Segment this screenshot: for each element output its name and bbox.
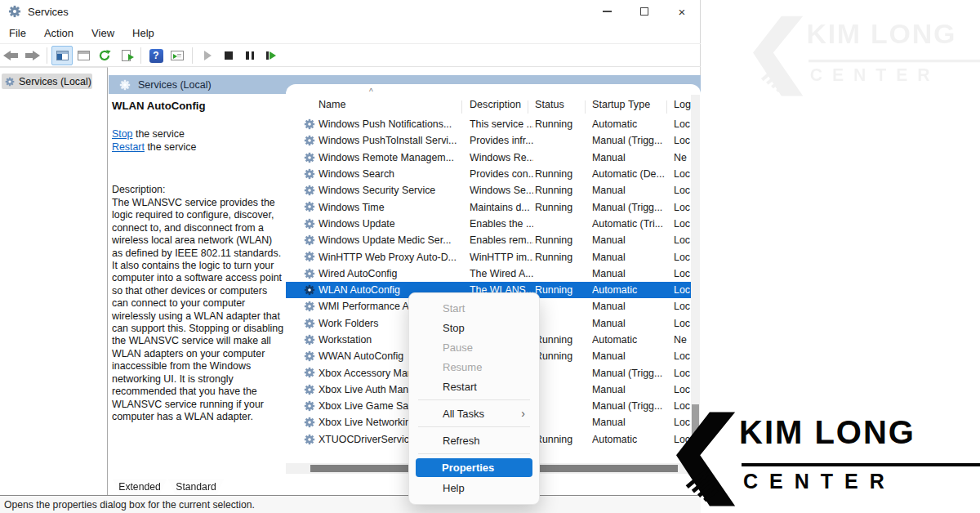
service-startup-type: Manual (Trigg... (592, 202, 672, 213)
sort-ascending-icon: ^ (369, 87, 373, 96)
service-row[interactable]: Wired AutoConfig The Wired A... Manual L… (286, 265, 691, 282)
column-divider[interactable] (666, 100, 667, 114)
service-gear-icon (304, 384, 315, 395)
start-service-button[interactable] (197, 46, 218, 65)
refresh-button[interactable] (94, 46, 115, 65)
service-startup-type: Manual (592, 384, 672, 395)
service-description-cell: WinHTTP im... (470, 252, 533, 263)
context-menu-item[interactable] (410, 423, 538, 430)
toolbar-separator (192, 47, 193, 64)
back-button[interactable] (0, 46, 21, 65)
service-startup-type: Automatic (592, 284, 672, 296)
context-menu-item[interactable]: All Tasks › (410, 404, 538, 423)
menu-help[interactable]: Help (123, 27, 163, 39)
service-row[interactable]: Windows Search Provides con... Running A… (286, 166, 691, 182)
service-gear-icon (304, 234, 315, 246)
kimlong-chevron-icon (676, 411, 740, 511)
service-gear-icon (304, 400, 315, 412)
tab-standard[interactable]: Standard (168, 479, 224, 495)
service-row[interactable]: Windows PushToInstall Servi... Provides … (286, 132, 691, 149)
service-description-cell: This service ... (470, 118, 533, 130)
service-row[interactable]: Windows Remote Managem... Windows Re... … (286, 149, 691, 166)
logo-line1: KIM LONG (739, 414, 915, 451)
kimlong-logo: KIM LONG CENTER (676, 403, 980, 513)
column-divider[interactable] (585, 100, 586, 114)
context-menu-item[interactable] (410, 396, 538, 404)
context-menu-item[interactable]: Properties (416, 458, 532, 477)
column-divider[interactable] (528, 100, 528, 114)
refresh-icon (98, 49, 111, 62)
toolbar-separator (47, 47, 47, 64)
column-header-description[interactable]: Description (470, 99, 521, 110)
context-menu-item[interactable]: Resume (410, 357, 538, 377)
menu-view[interactable]: View (82, 27, 123, 39)
service-startup-type: Manual (592, 185, 672, 196)
service-startup-type: Manual (Trigg... (592, 400, 672, 412)
service-row[interactable]: Windows Push Notifications... This servi… (286, 116, 691, 132)
column-header-status[interactable]: Status (535, 99, 564, 110)
menu-action[interactable]: Action (35, 27, 82, 39)
menu-file[interactable]: File (0, 27, 35, 39)
service-startup-type: Manual (592, 252, 672, 263)
service-gear-icon (304, 350, 315, 362)
column-header-name[interactable]: Name (318, 99, 346, 110)
context-menu-item[interactable]: Pause (410, 337, 538, 357)
band-gear-icon (119, 79, 131, 91)
minimize-button[interactable] (588, 0, 626, 23)
service-startup-type: Manual (592, 301, 672, 312)
pause-service-icon (246, 51, 253, 60)
tree-item-services-local[interactable]: Services (Local) (2, 74, 92, 89)
logo-line2: CENTER (743, 470, 896, 493)
service-status: Running (535, 350, 590, 362)
column-header-log-on-as[interactable]: Log (674, 99, 691, 110)
properties-window-icon (78, 51, 90, 60)
service-name: Windows Update (318, 218, 467, 230)
context-menu-item[interactable]: Refresh (410, 430, 538, 450)
export-list-button[interactable] (115, 46, 136, 65)
service-status: Running (535, 334, 590, 346)
service-row[interactable]: Windows Security Service Windows Se... R… (286, 182, 691, 199)
context-menu-item[interactable] (410, 450, 538, 457)
maximize-button[interactable] (626, 0, 663, 23)
service-description: The WLANSVC service provides the logic r… (112, 197, 285, 423)
stop-service-button[interactable] (218, 46, 239, 65)
context-menu-item-label: Restart (443, 381, 477, 393)
stop-service-link[interactable]: Stop (112, 128, 133, 140)
service-log-on-as: Loc (674, 284, 691, 296)
service-gear-icon (304, 185, 315, 196)
column-divider[interactable] (461, 100, 462, 114)
service-gear-icon (304, 135, 315, 146)
restart-service-button[interactable] (261, 46, 282, 65)
forward-icon (24, 51, 40, 61)
service-log-on-as: Loc (674, 318, 691, 329)
service-startup-type: Automatic (De... (592, 168, 672, 180)
close-button[interactable]: × (663, 0, 701, 23)
forward-button[interactable] (21, 46, 42, 65)
service-gear-icon (304, 367, 315, 378)
window-title: Services (28, 6, 69, 18)
service-gear-icon (304, 434, 315, 445)
context-menu-item[interactable]: Start (410, 298, 538, 318)
context-menu-item[interactable]: Help (410, 478, 538, 497)
service-name: Windows Update Medic Ser... (318, 234, 467, 246)
description-label: Description: (112, 184, 165, 195)
show-action-pane-button[interactable] (167, 46, 188, 65)
submenu-arrow-icon: › (521, 407, 525, 420)
service-row[interactable]: WinHTTP Web Proxy Auto-D... WinHTTP im..… (286, 248, 691, 265)
tab-extended[interactable]: Extended (113, 479, 167, 495)
context-menu-item[interactable]: Restart (410, 377, 538, 396)
service-status: Running (535, 168, 590, 180)
context-menu-item[interactable]: Stop (410, 318, 538, 337)
properties-toolbar-button[interactable] (73, 46, 94, 65)
pause-service-button[interactable] (239, 46, 261, 65)
service-row[interactable]: Windows Update Enables the ... Automatic… (286, 216, 691, 232)
extended-detail-pane: WLAN AutoConfig Stop the service Restart… (112, 96, 285, 478)
service-row[interactable]: Windows Update Medic Ser... Enables rem.… (286, 232, 691, 248)
help-button[interactable]: ? (145, 46, 167, 65)
restart-service-link[interactable]: Restart (112, 141, 145, 153)
service-log-on-as: Loc (674, 218, 691, 230)
action-pane-icon (171, 51, 184, 60)
show-console-tree-button[interactable] (51, 46, 73, 65)
column-header-startup-type[interactable]: Startup Type (592, 99, 650, 110)
service-row[interactable]: Windows Time Maintains d... Running Manu… (286, 199, 691, 215)
